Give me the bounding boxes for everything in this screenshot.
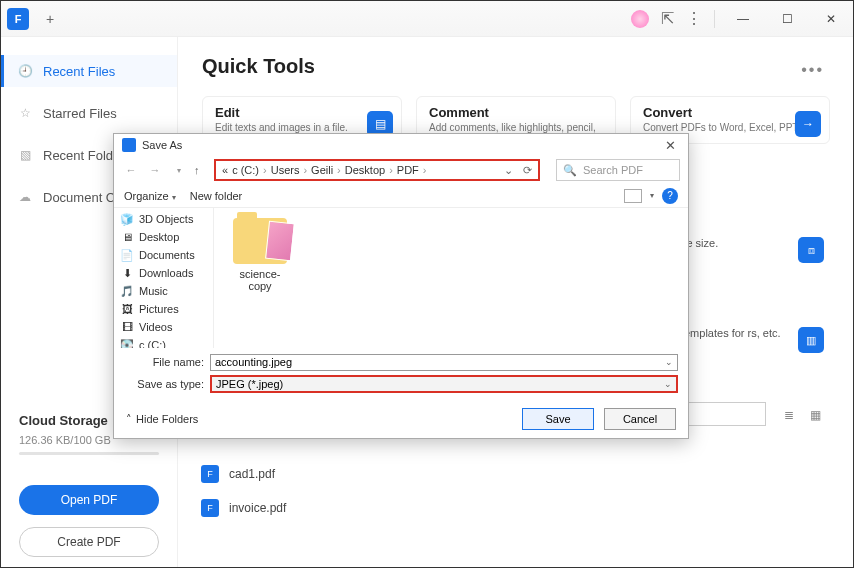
dialog-titlebar: Save As ✕	[114, 134, 688, 156]
help-icon[interactable]: ?	[662, 188, 678, 204]
pdf-file-icon: F	[201, 465, 219, 483]
save-as-type-label: Save as type:	[124, 378, 210, 390]
save-as-type-row: Save as type: JPEG (*.jpeg)⌄	[124, 374, 678, 394]
pictures-icon: 🖼	[120, 303, 134, 315]
filename-row: File name: accounting.jpeg⌄	[124, 352, 678, 372]
nav-back-button[interactable]: ←	[122, 164, 140, 176]
chevron-down-icon[interactable]: ⌄	[664, 379, 672, 389]
cloud-storage-bar	[19, 452, 159, 455]
sidebar-item-label: Starred Files	[43, 106, 117, 121]
grid-view-icon[interactable]: ▦	[806, 406, 824, 424]
cloud-icon: ☁	[17, 189, 33, 205]
close-button[interactable]: ✕	[815, 5, 847, 33]
file-row[interactable]: F cad1.pdf	[201, 461, 286, 487]
save-as-dialog: Save As ✕ ← → ▾ ↑ « c (C:)› Users› Geili…	[113, 133, 689, 439]
folder-icon: ▧	[17, 147, 33, 163]
desktop-icon: 🖥	[120, 231, 134, 243]
refresh-icon[interactable]: ⟳	[523, 164, 532, 177]
template-icon: ▥	[798, 327, 824, 353]
card-title: Convert	[643, 105, 817, 120]
kebab-icon[interactable]: ⋮	[686, 9, 702, 28]
objects-icon: 🧊	[120, 213, 134, 226]
dialog-title: Save As	[142, 139, 182, 151]
folder-tree: 🧊3D Objects 🖥Desktop 📄Documents ⬇Downloa…	[114, 208, 214, 348]
breadcrumb-address-bar[interactable]: « c (C:)› Users› Geili› Desktop› PDF› ⌄ …	[214, 159, 540, 181]
downloads-icon: ⬇	[120, 267, 134, 280]
file-browser-pane[interactable]: science-copy	[214, 208, 688, 348]
documents-icon: 📄	[120, 249, 134, 262]
open-pdf-button[interactable]: Open PDF	[19, 485, 159, 515]
save-button[interactable]: Save	[522, 408, 594, 430]
hide-folders-toggle[interactable]: ˄ Hide Folders	[126, 413, 198, 426]
filename-label: File name:	[124, 356, 210, 368]
dialog-nav: ← → ▾ ↑ « c (C:)› Users› Geili› Desktop›…	[114, 156, 688, 184]
nav-forward-button[interactable]: →	[146, 164, 164, 176]
save-as-type-dropdown[interactable]: JPEG (*.jpeg)⌄	[210, 375, 678, 393]
folder-label: science-copy	[228, 268, 292, 292]
share-icon[interactable]: ⇱	[661, 9, 674, 28]
compress-card-peek: le size. ⧈	[684, 237, 824, 263]
folder-item[interactable]: science-copy	[228, 218, 292, 292]
maximize-button[interactable]: ☐	[771, 5, 803, 33]
nav-history-dropdown[interactable]: ▾	[170, 166, 188, 175]
compress-icon: ⧈	[798, 237, 824, 263]
dialog-close-button[interactable]: ✕	[661, 138, 680, 153]
card-desc: Edit texts and images in a file.	[215, 122, 389, 133]
tree-item-drive-c[interactable]: 💽c (C:)	[114, 336, 213, 348]
titlebar: F + ⇱ ⋮ — ☐ ✕	[1, 1, 853, 37]
create-pdf-button[interactable]: Create PDF	[19, 527, 159, 557]
nav-up-button[interactable]: ↑	[194, 164, 208, 176]
convert-icon: →	[795, 111, 821, 137]
chevron-down-icon[interactable]: ⌄	[504, 164, 513, 177]
chevron-down-icon[interactable]: ▾	[650, 191, 654, 200]
new-tab-button[interactable]: +	[39, 8, 61, 30]
sidebar-item-label: Recent Files	[43, 64, 115, 79]
file-name: cad1.pdf	[229, 467, 275, 481]
folder-icon	[233, 218, 287, 264]
tree-item-downloads[interactable]: ⬇Downloads	[114, 264, 213, 282]
tree-item-desktop[interactable]: 🖥Desktop	[114, 228, 213, 246]
divider	[714, 10, 715, 28]
view-mode-dropdown[interactable]	[624, 189, 642, 203]
file-name: invoice.pdf	[229, 501, 286, 515]
home-tab[interactable]: F	[7, 8, 29, 30]
template-card-peek: emplates for rs, etc. ▥	[684, 327, 824, 353]
tree-item-documents[interactable]: 📄Documents	[114, 246, 213, 264]
tree-item-videos[interactable]: 🎞Videos	[114, 318, 213, 336]
star-icon: ☆	[17, 105, 33, 121]
cancel-button[interactable]: Cancel	[604, 408, 676, 430]
organize-dropdown[interactable]: Organize ▾	[124, 190, 176, 202]
chevron-down-icon[interactable]: ⌄	[665, 357, 673, 367]
clock-icon: 🕘	[17, 63, 33, 79]
videos-icon: 🎞	[120, 321, 134, 333]
account-avatar[interactable]	[631, 10, 649, 28]
dialog-search-box[interactable]: 🔍 Search PDF	[556, 159, 680, 181]
dialog-toolbar: Organize ▾ New folder ▾ ?	[114, 184, 688, 208]
sidebar-item-recent-files[interactable]: 🕘 Recent Files	[1, 55, 177, 87]
tree-item-music[interactable]: 🎵Music	[114, 282, 213, 300]
search-icon: 🔍	[563, 164, 577, 177]
list-view-icon[interactable]: ≣	[780, 406, 798, 424]
sidebar-item-starred-files[interactable]: ☆ Starred Files	[1, 97, 177, 129]
app-icon	[122, 138, 136, 152]
drive-icon: 💽	[120, 339, 134, 349]
recent-file-list: F cad1.pdf F invoice.pdf	[201, 461, 286, 521]
pdf-file-icon: F	[201, 499, 219, 517]
chevron-up-icon: ˄	[126, 413, 132, 426]
tree-item-3d-objects[interactable]: 🧊3D Objects	[114, 210, 213, 228]
card-title: Edit	[215, 105, 389, 120]
new-folder-button[interactable]: New folder	[190, 190, 243, 202]
page-title: Quick Tools	[202, 55, 830, 78]
file-row[interactable]: F invoice.pdf	[201, 495, 286, 521]
minimize-button[interactable]: —	[727, 5, 759, 33]
tree-item-pictures[interactable]: 🖼Pictures	[114, 300, 213, 318]
card-title: Comment	[429, 105, 603, 120]
search-placeholder: Search PDF	[583, 164, 643, 176]
more-icon[interactable]: •••	[801, 61, 824, 79]
music-icon: 🎵	[120, 285, 134, 298]
filename-input[interactable]: accounting.jpeg⌄	[210, 354, 678, 371]
